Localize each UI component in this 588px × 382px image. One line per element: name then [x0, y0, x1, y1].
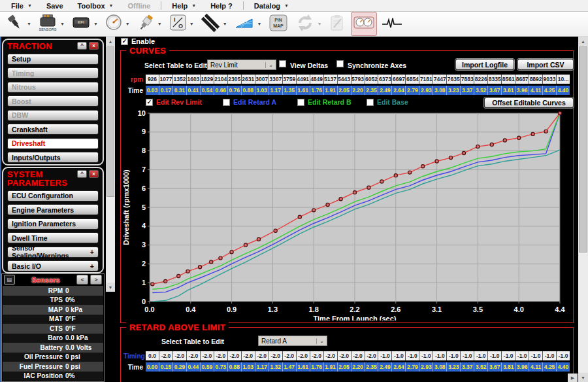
data-point[interactable]: [367, 186, 370, 189]
sidebar-scrollbar[interactable]: ▲ ▼: [106, 37, 115, 292]
time-cell[interactable]: 3.52: [474, 86, 487, 95]
data-point[interactable]: [151, 283, 154, 286]
time-cell[interactable]: 0.03: [146, 86, 159, 95]
retard-time-cell[interactable]: 1.91: [324, 362, 337, 372]
data-point[interactable]: [353, 191, 356, 194]
time-cell[interactable]: 1.91: [324, 86, 337, 95]
sysparam-item-basic-i-o[interactable]: Basic I/O+: [7, 260, 99, 271]
gauges-toolbar-button[interactable]: [351, 12, 377, 36]
retard-time-cell[interactable]: 0.88: [228, 362, 241, 372]
rpm-cell[interactable]: 3307: [269, 75, 282, 84]
view-deltas-checkbox[interactable]: [279, 60, 286, 67]
data-point[interactable]: [421, 165, 425, 168]
menu-save[interactable]: Save: [39, 0, 71, 11]
timing-cell[interactable]: -2.0: [214, 351, 227, 360]
scroll-right-icon[interactable]: ▶: [568, 373, 578, 382]
timing-cell[interactable]: -2.0: [201, 351, 214, 360]
retard-time-cell[interactable]: 3.23: [447, 362, 460, 372]
retard-time-cell[interactable]: 0.15: [159, 362, 172, 372]
timing-cell[interactable]: 0.0: [146, 351, 159, 360]
rpm-cell[interactable]: 1077: [159, 75, 172, 84]
data-point[interactable]: [380, 180, 384, 183]
data-point[interactable]: [449, 156, 452, 160]
retard-time-cell[interactable]: 1.17: [255, 362, 269, 372]
rpm-cell[interactable]: 1352: [173, 75, 186, 84]
edit-retard-a-checkbox[interactable]: [223, 99, 230, 106]
time-cell[interactable]: 0.54: [201, 86, 214, 95]
rpm-cell[interactable]: 7883: [461, 75, 474, 84]
menu-file[interactable]: File▼: [4, 0, 39, 11]
curve-table-toolbar-button[interactable]: ▼: [231, 12, 264, 36]
sensors-toolbar-button[interactable]: SENSORS▼: [35, 12, 67, 36]
sysparam-item-engine-parameters[interactable]: Engine Parameters: [7, 204, 99, 215]
retard-time-cell[interactable]: 2.64: [392, 362, 405, 372]
retard-time-cell[interactable]: 2.05: [338, 362, 351, 372]
rpm-cell[interactable]: 3007: [255, 75, 269, 84]
timing-cell[interactable]: -2.0: [228, 351, 241, 360]
data-point[interactable]: [164, 279, 167, 283]
retard-time-cell[interactable]: 2.49: [378, 362, 391, 372]
rpm-cell[interactable]: 6697: [392, 75, 405, 84]
sensors-prev-button[interactable]: <: [76, 275, 88, 285]
main-scrollbar[interactable]: ▲ ▼: [578, 37, 588, 382]
timing-cell[interactable]: -2.0: [242, 351, 255, 360]
timing-cell[interactable]: -1.0: [406, 351, 419, 360]
traction-item-driveshaft[interactable]: Driveshaft: [7, 138, 99, 149]
scroll-down-icon[interactable]: ▼: [578, 373, 588, 382]
rpm-cell[interactable]: 7447: [433, 75, 446, 84]
edit-base-checkbox[interactable]: [367, 99, 374, 106]
retard-time-cell[interactable]: 1.61: [297, 362, 310, 372]
data-point[interactable]: [503, 139, 506, 142]
rpm-cell[interactable]: 7635: [447, 75, 460, 84]
rpm-cell[interactable]: 2305: [228, 75, 241, 84]
retard-time-cell[interactable]: 2.79: [406, 362, 419, 372]
rpm-cell[interactable]: 5443: [338, 75, 351, 84]
data-point[interactable]: [186, 269, 189, 273]
time-cell[interactable]: 3.96: [515, 86, 529, 95]
retard-time-cell[interactable]: 4.11: [529, 362, 542, 372]
timing-cell[interactable]: -2.0: [269, 351, 282, 360]
pin-map-toolbar-button[interactable]: PINMAP: [266, 12, 291, 36]
sparkplug-toolbar-button[interactable]: ▼: [134, 12, 164, 36]
timing-cell[interactable]: -2.0: [351, 351, 365, 360]
timing-cell[interactable]: -2.0: [324, 351, 337, 360]
time-cell[interactable]: 3.08: [433, 86, 446, 95]
data-point[interactable]: [476, 145, 480, 148]
import-csv-button[interactable]: Import CSV: [517, 59, 574, 70]
time-cell[interactable]: 0.41: [187, 86, 200, 95]
system-parameters-minimize-button[interactable]: ^: [77, 170, 87, 178]
rpm-cell[interactable]: 3759: [283, 75, 296, 84]
scroll-up-icon[interactable]: ▲: [578, 37, 588, 46]
data-point[interactable]: [408, 171, 412, 174]
rpm-cell[interactable]: 2631: [242, 75, 255, 84]
timing-cell[interactable]: -2.0: [255, 351, 269, 360]
data-point[interactable]: [435, 160, 438, 163]
time-cell[interactable]: 1.61: [297, 86, 310, 95]
retard-time-cell[interactable]: 0.29: [173, 362, 186, 372]
data-point[interactable]: [312, 209, 316, 212]
data-point[interactable]: [558, 111, 561, 114]
data-point[interactable]: [219, 256, 222, 260]
traction-item-setup[interactable]: Setup: [7, 54, 99, 65]
retard-time-cell[interactable]: 0.73: [214, 362, 227, 372]
timing-cell[interactable]: -1.0: [543, 351, 556, 360]
system-parameters-close-button[interactable]: x: [89, 170, 99, 178]
menu-toolbox[interactable]: Toolbox▼: [71, 0, 121, 11]
synchronize-axes-checkbox[interactable]: [336, 60, 344, 67]
ecu-toolbar-button[interactable]: EFI▼: [69, 12, 100, 36]
rpm-cell[interactable]: 5137: [324, 75, 337, 84]
retard-time-cell[interactable]: 3.96: [515, 362, 529, 372]
time-cell[interactable]: 0.66: [214, 86, 227, 95]
timing-cell[interactable]: -1.0: [502, 351, 515, 360]
data-point[interactable]: [544, 130, 547, 133]
rpm-cell[interactable]: 8561: [502, 75, 515, 84]
sensors-next-button[interactable]: >: [90, 275, 102, 285]
time-cell[interactable]: 1.03: [255, 86, 269, 95]
menu-datalog[interactable]: Datalog▼: [247, 0, 296, 11]
timing-cell[interactable]: -2.0: [173, 351, 186, 360]
offset-editable-curves-button[interactable]: Offset Editable Curves: [484, 97, 574, 108]
edit-retard-b-checkbox[interactable]: [297, 99, 304, 106]
coil-toolbar-button[interactable]: ▼: [198, 12, 229, 36]
rpm-cell[interactable]: 8687: [515, 75, 529, 84]
timing-cell[interactable]: -1.0: [419, 351, 433, 360]
